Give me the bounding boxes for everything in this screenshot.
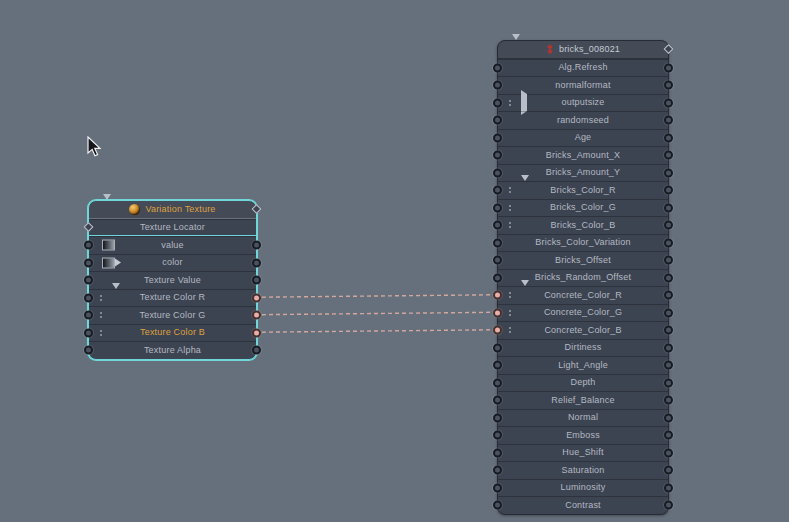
input-port[interactable]: [493, 431, 502, 440]
output-port[interactable]: [252, 241, 261, 250]
input-port-diamond[interactable]: [84, 222, 94, 232]
output-port[interactable]: [664, 256, 673, 265]
row-bricks-color-variation[interactable]: Bricks_Color_Variation: [498, 234, 668, 252]
row-alg-refresh[interactable]: Alg.Refresh: [498, 59, 668, 77]
expander-down-icon[interactable]: [112, 289, 120, 307]
input-port[interactable]: [493, 466, 502, 475]
output-port-connected[interactable]: [252, 311, 261, 320]
input-port[interactable]: [493, 133, 502, 142]
output-port[interactable]: [664, 466, 673, 475]
input-port[interactable]: [493, 116, 502, 125]
output-port[interactable]: [664, 221, 673, 230]
output-port[interactable]: [664, 98, 673, 107]
row-relief-balance[interactable]: Relief_Balance: [498, 391, 668, 409]
row-hue-shift[interactable]: Hue_Shift: [498, 444, 668, 462]
row-age[interactable]: Age: [498, 129, 668, 147]
input-port[interactable]: [493, 378, 502, 387]
output-port[interactable]: [664, 81, 673, 90]
input-port[interactable]: [84, 328, 93, 337]
input-port[interactable]: [493, 221, 502, 230]
row-luminosity[interactable]: Luminosity: [498, 479, 668, 497]
output-port[interactable]: [664, 448, 673, 457]
row-bricks-color-b[interactable]: Bricks_Color_B: [498, 216, 668, 234]
input-port[interactable]: [493, 396, 502, 405]
node-variation-texture[interactable]: Variation TextureTexture Locatorvaluecol…: [88, 200, 257, 360]
row-outputsize[interactable]: outputsize: [498, 94, 668, 112]
collapse-down-icon[interactable]: [103, 200, 111, 218]
output-port[interactable]: [664, 238, 673, 247]
row-bricks-offset[interactable]: Bricks_Offset: [498, 251, 668, 269]
input-port[interactable]: [493, 203, 502, 212]
input-port[interactable]: [84, 258, 93, 267]
row-texture-color-r[interactable]: Texture Color R: [89, 289, 256, 307]
output-port[interactable]: [664, 343, 673, 352]
row-texture-alpha[interactable]: Texture Alpha: [89, 341, 256, 359]
output-port[interactable]: [664, 151, 673, 160]
row-emboss[interactable]: Emboss: [498, 426, 668, 444]
row-depth[interactable]: Depth: [498, 374, 668, 392]
row-concrete-color-r[interactable]: Concrete_Color_R: [498, 286, 668, 304]
node-header-variation-texture[interactable]: Variation Texture: [89, 201, 256, 219]
row-randomseed[interactable]: randomseed: [498, 111, 668, 129]
row-value[interactable]: value: [89, 236, 256, 254]
input-port[interactable]: [493, 63, 502, 72]
input-port-connected[interactable]: [493, 326, 502, 335]
output-port[interactable]: [664, 326, 673, 335]
output-port[interactable]: [664, 361, 673, 370]
input-port[interactable]: [493, 501, 502, 510]
output-port[interactable]: [664, 116, 673, 125]
input-port[interactable]: [493, 168, 502, 177]
row-normal[interactable]: Normal: [498, 409, 668, 427]
output-port[interactable]: [252, 258, 261, 267]
output-port[interactable]: [664, 483, 673, 492]
header-output-port-diamond[interactable]: [664, 44, 674, 54]
input-port[interactable]: [493, 98, 502, 107]
row-texture-locator[interactable]: Texture Locator: [89, 219, 256, 237]
row-dirtiness[interactable]: Dirtiness: [498, 339, 668, 357]
row-contrast[interactable]: Contrast: [498, 496, 668, 514]
expander-down-icon[interactable]: [521, 286, 529, 304]
output-port[interactable]: [664, 186, 673, 195]
node-header-bricks-008021[interactable]: bricks_008021: [498, 41, 668, 59]
input-port[interactable]: [84, 241, 93, 250]
row-texture-color-b[interactable]: Texture Color B: [89, 324, 256, 342]
input-port[interactable]: [84, 293, 93, 302]
node-graph-canvas[interactable]: Variation TextureTexture Locatorvaluecol…: [0, 0, 789, 522]
output-port[interactable]: [664, 273, 673, 282]
collapse-down-icon[interactable]: [512, 40, 520, 58]
input-port-connected[interactable]: [493, 291, 502, 300]
input-port[interactable]: [493, 273, 502, 282]
connection-wire-concrete-color-b[interactable]: [255, 330, 497, 333]
input-port[interactable]: [84, 311, 93, 320]
input-port[interactable]: [84, 346, 93, 355]
input-port[interactable]: [493, 238, 502, 247]
row-light-angle[interactable]: Light_Angle: [498, 356, 668, 374]
connection-wire-concrete-color-r[interactable]: [255, 295, 497, 298]
output-port[interactable]: [664, 396, 673, 405]
row-bricks-amount-x[interactable]: Bricks_Amount_X: [498, 146, 668, 164]
row-concrete-color-b[interactable]: Concrete_Color_B: [498, 321, 668, 339]
expander-down-icon[interactable]: [521, 181, 529, 199]
row-bricks-color-g[interactable]: Bricks_Color_G: [498, 199, 668, 217]
output-port[interactable]: [664, 168, 673, 177]
expander-right-icon[interactable]: [521, 94, 527, 112]
node-bricks-008021[interactable]: bricks_008021Alg.Refreshnormalformatoutp…: [497, 40, 669, 515]
input-port[interactable]: [493, 413, 502, 422]
input-port[interactable]: [493, 343, 502, 352]
row-concrete-color-g[interactable]: Concrete_Color_G: [498, 304, 668, 322]
input-port[interactable]: [493, 256, 502, 265]
header-output-port-diamond[interactable]: [252, 204, 262, 214]
output-port[interactable]: [252, 276, 261, 285]
output-port[interactable]: [664, 291, 673, 300]
row-texture-color-g[interactable]: Texture Color G: [89, 306, 256, 324]
connection-wire-concrete-color-g[interactable]: [255, 312, 497, 315]
row-saturation[interactable]: Saturation: [498, 461, 668, 479]
input-port-connected[interactable]: [493, 308, 502, 317]
row-color[interactable]: color: [89, 254, 256, 272]
output-port[interactable]: [664, 431, 673, 440]
input-port[interactable]: [493, 483, 502, 492]
output-port[interactable]: [664, 203, 673, 212]
output-port[interactable]: [664, 501, 673, 510]
input-port[interactable]: [493, 186, 502, 195]
output-port[interactable]: [664, 63, 673, 72]
